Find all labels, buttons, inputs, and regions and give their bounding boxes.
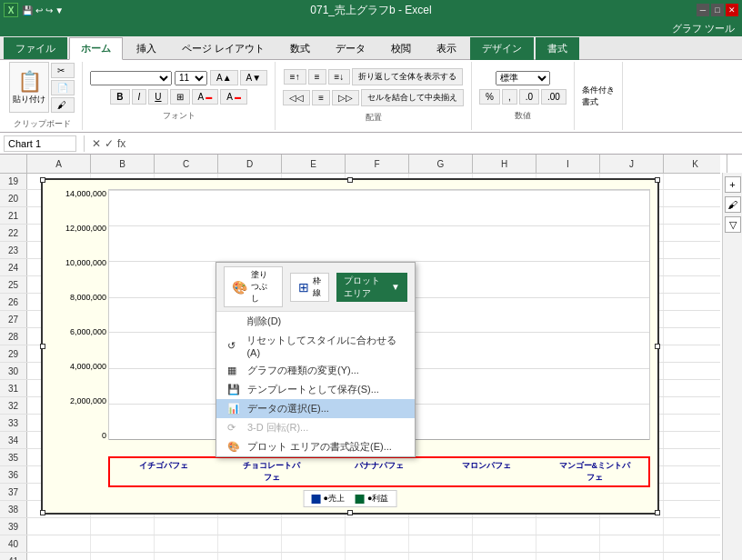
ctx-reset[interactable]: ↺ リセットしてスタイルに合わせる(A) bbox=[216, 331, 415, 361]
chart-container[interactable]: 14,000,000 12,000,000 10,000,000 8,000,0… bbox=[41, 178, 659, 515]
cell-39-0[interactable] bbox=[27, 518, 91, 535]
tab-design[interactable]: デザイン bbox=[470, 37, 534, 60]
align-right[interactable]: ▷▷ bbox=[332, 90, 359, 105]
cell-41-0[interactable] bbox=[27, 553, 91, 560]
cell-40-9[interactable] bbox=[600, 535, 664, 552]
cell-39-7[interactable] bbox=[473, 518, 536, 535]
minimize-btn[interactable]: ─ bbox=[697, 4, 709, 16]
cell-40-1[interactable] bbox=[91, 535, 155, 552]
cell-39-2[interactable] bbox=[155, 518, 218, 535]
border-button[interactable]: ⊞ bbox=[170, 89, 190, 105]
cell-33-10[interactable] bbox=[664, 415, 720, 431]
cell-34-10[interactable] bbox=[664, 432, 720, 448]
insert-function-icon[interactable]: fx bbox=[117, 137, 125, 150]
chart-styles-btn[interactable]: 🖌 bbox=[725, 196, 741, 213]
cell-40-8[interactable] bbox=[536, 535, 600, 552]
increase-decimal[interactable]: .0 bbox=[519, 89, 539, 105]
cell-40-0[interactable] bbox=[27, 535, 91, 552]
cell-41-2[interactable] bbox=[155, 553, 218, 560]
font-size-select[interactable]: 11 bbox=[175, 71, 207, 85]
cell-23-10[interactable] bbox=[664, 242, 720, 258]
cell-39-9[interactable] bbox=[600, 518, 664, 535]
cell-40-6[interactable] bbox=[409, 535, 473, 552]
cell-27-10[interactable] bbox=[664, 311, 720, 327]
tab-formulas[interactable]: 数式 bbox=[278, 37, 322, 59]
thousands-button[interactable]: , bbox=[502, 89, 517, 105]
cell-41-8[interactable] bbox=[536, 553, 600, 560]
bold-button[interactable]: B bbox=[110, 89, 129, 105]
ctx-fill-btn[interactable]: 🎨 塗りつぶし bbox=[224, 266, 283, 307]
cell-40-2[interactable] bbox=[155, 535, 218, 552]
paste-button[interactable]: 📋 貼り付け bbox=[9, 62, 49, 113]
ctx-area-dropdown[interactable]: プロット エリア ▼ bbox=[336, 273, 407, 302]
tab-home[interactable]: ホーム bbox=[69, 37, 123, 60]
align-bottom[interactable]: ≡↓ bbox=[328, 69, 351, 85]
tab-insert[interactable]: 挿入 bbox=[125, 37, 168, 59]
font-color-button[interactable]: A▬ bbox=[220, 89, 247, 105]
cell-40-5[interactable] bbox=[346, 535, 409, 552]
cell-39-1[interactable] bbox=[91, 518, 155, 535]
cell-39-6[interactable] bbox=[409, 518, 473, 535]
ctx-format-area[interactable]: 🎨 プロット エリアの書式設定(E)... bbox=[216, 437, 415, 456]
cell-40-7[interactable] bbox=[473, 535, 536, 552]
name-box[interactable] bbox=[4, 135, 76, 152]
cell-41-5[interactable] bbox=[346, 553, 409, 560]
cell-24-10[interactable] bbox=[664, 259, 720, 275]
cell-39-10[interactable] bbox=[664, 518, 720, 535]
cell-41-3[interactable] bbox=[218, 553, 282, 560]
cell-22-10[interactable] bbox=[664, 225, 720, 241]
cell-40-10[interactable] bbox=[664, 535, 720, 552]
cell-19-10[interactable] bbox=[664, 173, 720, 189]
ctx-save-template[interactable]: 💾 テンプレートとして保存(S)... bbox=[216, 380, 415, 399]
copy-button[interactable]: 📄 bbox=[51, 80, 75, 95]
ctx-select-data[interactable]: 📊 データの選択(E)... bbox=[216, 399, 415, 418]
cell-20-10[interactable] bbox=[664, 190, 720, 206]
cell-28-10[interactable] bbox=[664, 328, 720, 345]
cell-30-10[interactable] bbox=[664, 363, 720, 379]
align-top[interactable]: ≡↑ bbox=[284, 69, 306, 85]
tab-format[interactable]: 書式 bbox=[536, 37, 579, 60]
cell-36-10[interactable] bbox=[664, 466, 720, 483]
fill-color-button[interactable]: A▬ bbox=[192, 89, 219, 105]
tab-view[interactable]: 表示 bbox=[425, 37, 468, 59]
cell-41-6[interactable] bbox=[409, 553, 473, 560]
close-btn[interactable]: ✕ bbox=[726, 4, 738, 16]
cell-39-8[interactable] bbox=[536, 518, 600, 535]
cell-41-1[interactable] bbox=[91, 553, 155, 560]
tab-review[interactable]: 校閲 bbox=[379, 37, 423, 59]
underline-button[interactable]: U bbox=[148, 89, 167, 105]
cell-40-3[interactable] bbox=[218, 535, 282, 552]
ctx-delete[interactable]: 削除(D) bbox=[216, 312, 415, 331]
percent-button[interactable]: % bbox=[479, 89, 500, 105]
cell-41-9[interactable] bbox=[600, 553, 664, 560]
decrease-decimal[interactable]: .00 bbox=[541, 89, 567, 105]
cell-29-10[interactable] bbox=[664, 345, 720, 362]
cell-35-10[interactable] bbox=[664, 449, 720, 465]
font-size-down[interactable]: A▼ bbox=[240, 70, 268, 85]
cell-39-3[interactable] bbox=[218, 518, 282, 535]
cell-41-7[interactable] bbox=[473, 553, 536, 560]
cell-41-4[interactable] bbox=[282, 553, 346, 560]
cell-38-10[interactable] bbox=[664, 501, 720, 517]
maximize-btn[interactable]: □ bbox=[711, 4, 724, 16]
tab-file[interactable]: ファイル bbox=[4, 37, 67, 59]
confirm-formula-icon[interactable]: ✓ bbox=[105, 137, 114, 150]
italic-button[interactable]: I bbox=[132, 89, 147, 105]
cell-26-10[interactable] bbox=[664, 294, 720, 310]
cell-31-10[interactable] bbox=[664, 380, 720, 396]
align-left[interactable]: ◁◁ bbox=[283, 90, 310, 105]
formula-input[interactable] bbox=[129, 138, 738, 149]
cut-button[interactable]: ✂ bbox=[51, 63, 75, 78]
tab-data[interactable]: データ bbox=[324, 37, 377, 59]
merge-center[interactable]: セルを結合して中央揃え bbox=[361, 89, 464, 106]
cell-25-10[interactable] bbox=[664, 276, 720, 293]
cell-39-4[interactable] bbox=[282, 518, 346, 535]
cell-32-10[interactable] bbox=[664, 397, 720, 414]
number-format-select[interactable]: 標準 bbox=[496, 71, 550, 85]
add-chart-element-btn[interactable]: + bbox=[725, 176, 741, 193]
align-middle[interactable]: ≡ bbox=[308, 69, 326, 85]
align-center[interactable]: ≡ bbox=[312, 90, 330, 105]
cell-37-10[interactable] bbox=[664, 484, 720, 500]
chart-filters-btn[interactable]: ▽ bbox=[725, 216, 741, 233]
cell-21-10[interactable] bbox=[664, 207, 720, 224]
